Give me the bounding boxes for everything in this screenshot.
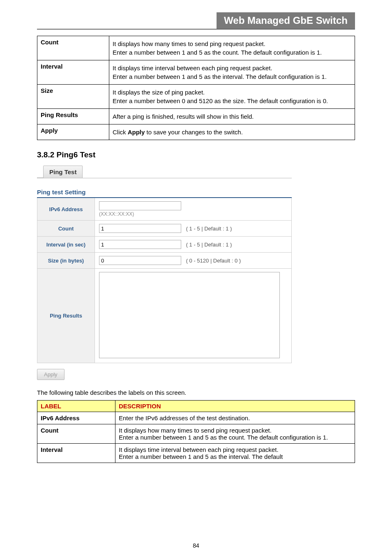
row-label: Count (37, 424, 115, 444)
col-header-label: LABEL (37, 401, 115, 412)
col-header-description: DESCRIPTION (115, 401, 355, 412)
interval-label: Interval (in sec) (37, 237, 95, 253)
row-desc: It displays how many times to send ping … (109, 36, 355, 60)
ipv6-address-input[interactable] (99, 201, 181, 210)
row-label: IPv6 Address (37, 412, 115, 424)
table-row: Ping Results After a ping is finished, r… (37, 109, 355, 124)
table-row: Size It displays the size of ping packet… (37, 85, 355, 109)
table-row: Interval It displays time interval betwe… (37, 60, 355, 85)
table-row: Count It displays how many times to send… (37, 424, 355, 444)
row-label: Ping Results (37, 109, 109, 124)
table-intro-text: The following table describes the labels… (37, 389, 355, 396)
header-banner: Web Managed GbE Switch (217, 12, 355, 29)
row-desc: After a ping is finished, results will s… (109, 109, 355, 124)
count-hint: ( 1 - 5 | Default : 1 ) (186, 226, 232, 232)
ipv6-hint: (XX:XX::XX:XX) (99, 211, 287, 217)
ipv6-address-label: IPv6 Address (37, 198, 95, 221)
row-label: Interval (37, 60, 109, 85)
ping-params-table-upper: Count It displays how many times to send… (37, 36, 355, 140)
count-label: Count (37, 221, 95, 237)
size-label: Size (in bytes) (37, 253, 95, 269)
ping-test-setting-table: IPv6 Address (XX:XX::XX:XX) Count ( 1 - … (37, 197, 292, 363)
page-number: 84 (0, 542, 392, 549)
ping6-params-table-lower: LABEL DESCRIPTION IPv6 Address Enter the… (37, 400, 355, 463)
section-heading: 3.8.2 Ping6 Test (37, 150, 355, 159)
table-row: Apply Click Apply to save your changes t… (37, 124, 355, 140)
interval-input[interactable] (99, 240, 181, 249)
row-desc: It displays the size of ping packet. Ent… (109, 85, 355, 109)
ping-test-setting-heading: Ping test Setting (37, 189, 355, 196)
size-input[interactable] (99, 256, 181, 265)
interval-hint: ( 1 - 5 | Default : 1 ) (186, 242, 232, 248)
row-desc: It displays how many times to send ping … (115, 424, 355, 444)
row-desc: It displays time interval between each p… (115, 444, 355, 463)
row-desc: Enter the IPv6 addresses of the test des… (115, 412, 355, 424)
count-input[interactable] (99, 224, 181, 233)
ping-results-textarea[interactable] (99, 272, 280, 358)
row-label: Interval (37, 444, 115, 463)
ping-results-label: Ping Results (37, 269, 95, 363)
tab-ping-test[interactable]: Ping Test (43, 166, 83, 178)
row-desc: It displays time interval between each p… (109, 60, 355, 85)
table-row: Interval It displays time interval betwe… (37, 444, 355, 463)
row-desc: Click Apply to save your changes to the … (109, 124, 355, 140)
table-row: Count It displays how many times to send… (37, 36, 355, 60)
table-row: IPv6 Address Enter the IPv6 addresses of… (37, 412, 355, 424)
size-hint: ( 0 - 5120 | Default : 0 ) (186, 258, 241, 264)
row-label: Apply (37, 124, 109, 140)
apply-button[interactable]: Apply (37, 369, 65, 380)
row-label: Size (37, 85, 109, 109)
row-label: Count (37, 36, 109, 60)
